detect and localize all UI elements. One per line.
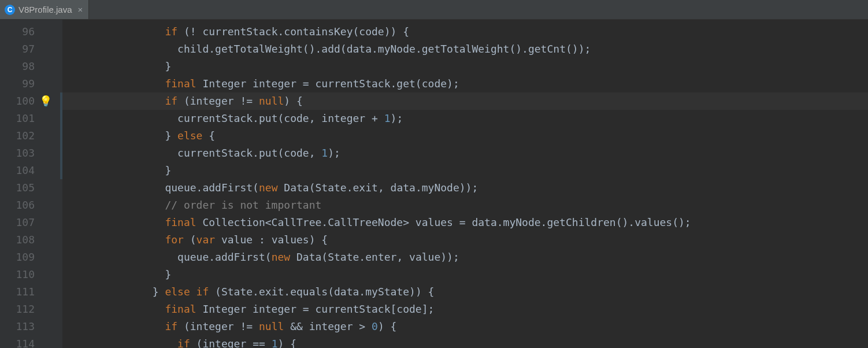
line-number: 112 — [0, 301, 62, 318]
line-number: 109 — [0, 249, 62, 266]
code-line[interactable]: for (var value : values) { — [62, 231, 868, 249]
line-number: 108 — [0, 231, 62, 249]
code-line[interactable]: } — [62, 162, 868, 179]
line-number: 99 — [0, 75, 62, 92]
code-area[interactable]: if (! currentStack.containsKey(code)) { … — [62, 20, 868, 348]
line-number: 98 — [0, 58, 62, 75]
line-number: 103 — [0, 145, 62, 162]
line-number: 96 — [0, 23, 62, 40]
line-number: 105 — [0, 179, 62, 197]
line-number: 111 — [0, 283, 62, 301]
line-number: 113 — [0, 318, 62, 335]
line-number: 107 — [0, 214, 62, 231]
code-line[interactable]: if (integer != null) { — [62, 92, 868, 110]
line-number: 97 — [0, 40, 62, 58]
line-number: 106 — [0, 197, 62, 214]
code-line[interactable]: queue.addFirst(new Data(State.exit, data… — [62, 179, 868, 197]
code-line[interactable]: } — [62, 58, 868, 75]
code-line[interactable]: currentStack.put(code, integer + 1); — [62, 110, 868, 127]
line-number: 101 — [0, 110, 62, 127]
code-line[interactable]: if (integer == 1) { — [62, 335, 868, 348]
code-line[interactable]: } else if (State.exit.equals(data.myStat… — [62, 283, 868, 301]
code-line[interactable]: currentStack.put(code, 1); — [62, 145, 868, 162]
line-number: 114 — [0, 335, 62, 348]
editor: 9697989910010110210310410510610710810911… — [0, 20, 868, 348]
tab-filename: V8Profile.java — [18, 5, 72, 14]
code-line[interactable]: } else { — [62, 127, 868, 145]
intention-bulb-icon[interactable]: 💡 — [39, 95, 51, 107]
line-number: 102 — [0, 127, 62, 145]
file-type-icon: C — [5, 5, 15, 15]
code-line[interactable]: final Collection<CallTree.CallTreeNode> … — [62, 214, 868, 231]
code-line[interactable]: // order is not important — [62, 197, 868, 214]
code-line[interactable]: if (integer != null && integer > 0) { — [62, 318, 868, 335]
code-line[interactable]: queue.addFirst(new Data(State.enter, val… — [62, 249, 868, 266]
code-line[interactable]: child.getTotalWeight().add(data.myNode.g… — [62, 40, 868, 58]
code-line[interactable]: } — [62, 266, 868, 283]
tab-bar: C V8Profile.java × — [0, 0, 868, 20]
gutter: 9697989910010110210310410510610710810911… — [0, 20, 62, 348]
line-number: 110 — [0, 266, 62, 283]
editor-tab[interactable]: C V8Profile.java × — [0, 0, 89, 19]
close-icon[interactable]: × — [78, 5, 83, 14]
code-line[interactable]: if (! currentStack.containsKey(code)) { — [62, 23, 868, 40]
code-line[interactable]: final Integer integer = currentStack.get… — [62, 75, 868, 92]
line-number: 100 — [0, 92, 62, 110]
code-line[interactable]: final Integer integer = currentStack[cod… — [62, 301, 868, 318]
line-number: 104 — [0, 162, 62, 179]
